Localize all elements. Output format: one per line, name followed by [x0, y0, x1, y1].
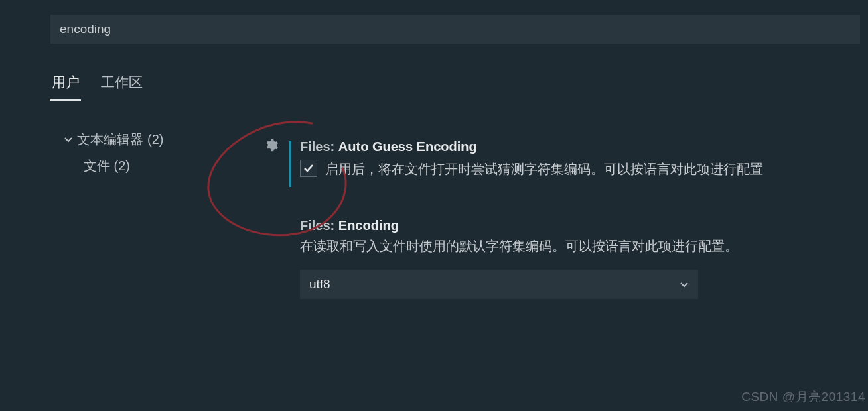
watermark-text: CSDN @月亮201314	[741, 388, 868, 406]
tree-item-text-editor[interactable]: 文本编辑器 (2)	[64, 126, 163, 152]
setting-title: Files: Encoding	[300, 218, 868, 233]
dropdown-selected-value: utf8	[309, 277, 330, 292]
auto-guess-encoding-checkbox[interactable]	[300, 160, 317, 177]
setting-auto-guess-encoding: Files: Auto Guess Encoding 启用后，将在文件打开时尝试…	[264, 139, 868, 178]
chevron-down-icon	[64, 135, 73, 144]
encoding-dropdown[interactable]: utf8	[300, 270, 698, 299]
settings-scope-tabs: 用户 工作区	[50, 69, 144, 101]
tree-item-count: (2)	[147, 126, 163, 152]
setting-title: Files: Auto Guess Encoding	[300, 139, 868, 154]
settings-content: Files: Auto Guess Encoding 启用后，将在文件打开时尝试…	[264, 139, 868, 299]
setting-prefix: Files:	[300, 139, 334, 154]
setting-name: Encoding	[338, 218, 399, 233]
setting-description: 启用后，将在文件打开时尝试猜测字符集编码。可以按语言对此项进行配置	[325, 160, 763, 178]
setting-description: 在读取和写入文件时使用的默认字符集编码。可以按语言对此项进行配置。	[300, 237, 868, 255]
settings-search-input[interactable]	[50, 15, 860, 44]
modified-indicator	[289, 141, 291, 187]
gear-icon[interactable]	[264, 138, 279, 152]
tree-item-count: (2)	[114, 158, 130, 173]
setting-encoding: Files: Encoding 在读取和写入文件时使用的默认字符集编码。可以按语…	[300, 218, 868, 299]
tree-item-label: 文本编辑器	[77, 126, 143, 152]
tree-item-label: 文件	[84, 158, 110, 173]
setting-name: Auto Guess Encoding	[338, 139, 477, 154]
tree-item-files[interactable]: 文件 (2)	[84, 152, 163, 179]
settings-tree: 文本编辑器 (2) 文件 (2)	[64, 126, 163, 179]
tab-workspace[interactable]: 工作区	[100, 69, 144, 101]
chevron-down-icon	[680, 280, 689, 289]
setting-prefix: Files:	[300, 218, 334, 233]
tab-user[interactable]: 用户	[50, 69, 81, 101]
